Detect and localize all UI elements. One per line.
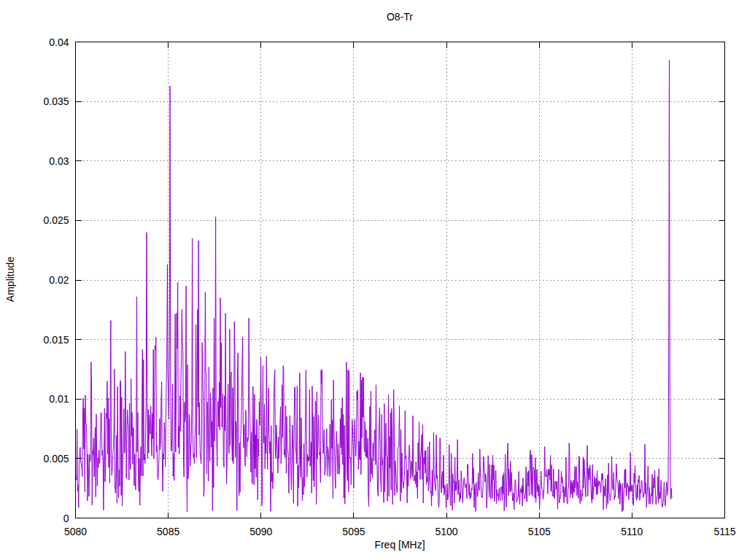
y-tick-label: 0.01 — [49, 393, 69, 405]
y-tick-label: 0.02 — [49, 274, 69, 286]
y-tick-label: 0.025 — [43, 214, 69, 226]
x-tick-label: 5105 — [528, 526, 551, 537]
x-tick-label: 5100 — [435, 526, 457, 537]
y-axis-label: Amplitude — [4, 257, 16, 302]
x-tick-label: 5080 — [64, 526, 87, 537]
x-axis-label: Freq [MHz] — [75, 539, 724, 551]
chart-canvas: 5080508550905095510051055110511500.0050.… — [0, 0, 747, 560]
x-tick-label: 5110 — [621, 526, 643, 537]
x-tick-label: 5085 — [157, 526, 179, 537]
x-tick-label: 5095 — [342, 526, 365, 537]
y-tick-label: 0.005 — [43, 453, 69, 464]
y-tick-label: 0 — [63, 513, 69, 524]
y-tick-label: 0.03 — [49, 155, 69, 167]
chart-title: O8-Tr — [75, 11, 724, 23]
x-tick-label: 5115 — [713, 526, 735, 537]
gnuplot-window: 5080508550905095510051055110511500.0050.… — [0, 0, 747, 560]
x-tick-label: 5090 — [249, 526, 272, 537]
y-tick-label: 0.04 — [49, 36, 69, 48]
y-tick-label: 0.035 — [43, 96, 69, 107]
spectrum-line — [76, 60, 673, 512]
y-tick-label: 0.015 — [43, 334, 69, 346]
